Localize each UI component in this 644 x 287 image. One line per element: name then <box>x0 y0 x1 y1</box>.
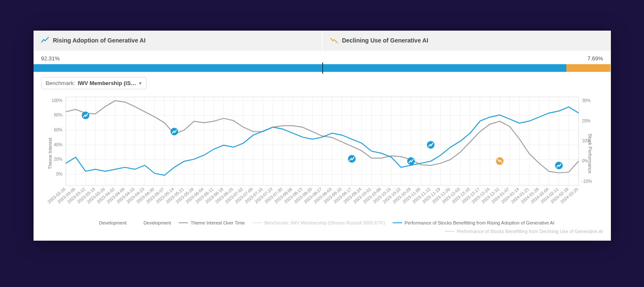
legend-row-1: Development Development Theme Interest O… <box>34 216 611 229</box>
split-bar-orange <box>566 64 611 72</box>
chart-wrap: Theme Interest Stock Performance 0%20%40… <box>34 91 611 216</box>
svg-text:20%: 20% <box>53 157 62 162</box>
split-bar-midline <box>322 63 323 74</box>
benchmark-prefix: Benchmark: <box>46 80 75 86</box>
dev-blue-icon <box>90 219 96 226</box>
svg-text:-10%: -10% <box>582 179 592 184</box>
dev-orange-icon <box>134 219 141 226</box>
left-axis-label: Theme Interest <box>47 138 52 169</box>
theme-interest-swatch <box>179 222 188 223</box>
legend-benchmark-label: Benchmark: IWV Membership (iShares Russe… <box>264 220 385 225</box>
chart-card: Rising Adoption of Generative AI Declini… <box>34 31 611 241</box>
split-bar <box>34 64 611 72</box>
caret-down-icon: ▾ <box>139 80 142 86</box>
legend-theme-interest-label: Theme Interest Over Time <box>191 220 245 225</box>
tabs-row: Rising Adoption of Generative AI Declini… <box>34 31 611 51</box>
tab-declining-label: Declining Use of Generative AI <box>342 37 428 44</box>
legend-perf-declining[interactable]: Performance of Stocks Benefitting from D… <box>445 229 603 234</box>
svg-text:30%: 30% <box>582 98 591 103</box>
controls-row: Benchmark: IWV Membership (iS… ▾ <box>34 73 611 91</box>
svg-text:80%: 80% <box>53 113 62 117</box>
trend-up-icon <box>41 37 49 44</box>
benchmark-value: IWV Membership (iS… <box>78 80 136 86</box>
split-bar-blue <box>34 64 566 72</box>
legend-theme-interest[interactable]: Theme Interest Over Time <box>179 220 245 225</box>
legend-row-2: Performance of Stocks Benefitting from D… <box>34 229 611 241</box>
legend-perf-declining-label: Performance of Stocks Benefitting from D… <box>457 229 603 234</box>
svg-text:0%: 0% <box>56 172 62 176</box>
svg-text:40%: 40% <box>53 142 62 147</box>
trend-down-icon <box>330 37 338 44</box>
perf-rising-swatch <box>393 222 402 223</box>
tab-rising[interactable]: Rising Adoption of Generative AI <box>34 31 322 50</box>
svg-text:100%: 100% <box>51 98 62 103</box>
tab-rising-label: Rising Adoption of Generative AI <box>53 37 146 44</box>
line-chart: 0%20%40%60%80%100%-10%0%10%20%30%2023-02… <box>41 93 603 216</box>
svg-text:20%: 20% <box>582 119 591 123</box>
legend-perf-rising-label: Performance of Stocks Benefitting from R… <box>405 220 554 225</box>
benchmark-dropdown[interactable]: Benchmark: IWV Membership (iS… ▾ <box>41 77 146 89</box>
svg-text:60%: 60% <box>53 128 62 132</box>
legend-dev-orange-label: Development <box>143 220 171 225</box>
right-axis-label: Stock Performance <box>588 134 593 173</box>
legend-perf-rising[interactable]: Performance of Stocks Benefitting from R… <box>393 220 554 225</box>
legend-dev-blue[interactable]: Development <box>90 219 127 226</box>
tab-declining[interactable]: Declining Use of Generative AI <box>323 31 611 50</box>
legend-benchmark[interactable]: Benchmark: IWV Membership (iShares Russe… <box>253 220 385 225</box>
legend-dev-blue-label: Development <box>99 220 127 225</box>
split-right-pct: 7.69% <box>588 55 603 62</box>
benchmark-swatch <box>253 222 262 223</box>
perf-declining-swatch <box>445 231 454 232</box>
legend-dev-orange[interactable]: Development <box>134 219 171 226</box>
split-left-pct: 92.31% <box>41 55 60 62</box>
